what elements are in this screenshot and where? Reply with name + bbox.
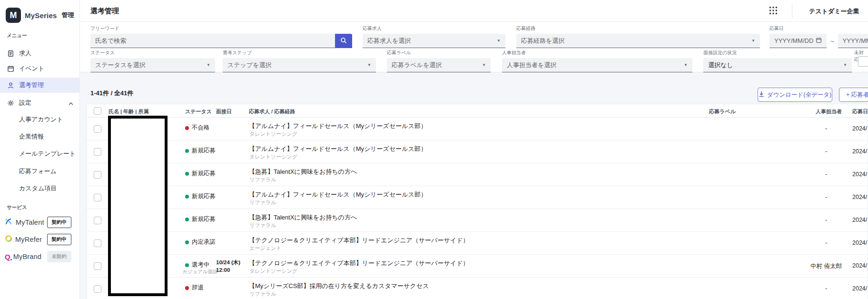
status-dot-icon — [185, 240, 189, 244]
calendar-icon[interactable] — [816, 37, 822, 45]
job-title-link[interactable]: 【テクノロジー＆クリエイティブ本部】リードエンジニア（サーバーサイド） — [249, 259, 469, 268]
applied-date: 2024/ — [852, 239, 867, 246]
apply-date-label: 応募日 — [769, 25, 868, 32]
subitem-label: メールテンプレート — [19, 150, 76, 158]
application-channel: リファラル — [249, 222, 276, 229]
row-checkbox[interactable] — [94, 125, 101, 133]
applied-date: 2024/ — [852, 194, 867, 200]
sidebar-subitem-hr-accounts[interactable]: 人事アカウント — [0, 112, 80, 127]
sidebar-item-selection-management[interactable]: 選考管理 — [0, 78, 80, 93]
job-title-link[interactable]: 【アルムナイ】フィールドセールス（Myシリーズセールス部） — [249, 122, 427, 130]
row-checkbox[interactable] — [94, 148, 101, 156]
apply-date-to-input[interactable]: YYYY/MM/DD — [838, 34, 868, 48]
subitem-label: 企業情報 — [19, 132, 44, 141]
sidebar-item-settings[interactable]: 設定 — [0, 95, 80, 110]
chevron-down-icon: ▼ — [207, 63, 210, 67]
top-bar: 選考管理 テストダミー企業 — [80, 0, 868, 22]
applied-date: 2024/ — [852, 125, 867, 132]
job-title-link[interactable]: 【急募】TalentXに興味をお持ちの方へ — [249, 168, 357, 176]
row-checkbox[interactable] — [94, 194, 101, 201]
chevron-down-icon: ▼ — [482, 63, 486, 67]
chevron-down-icon: ▼ — [751, 39, 755, 43]
table-row[interactable]: 新規応募 【アルムナイ】フィールドセールス（Myシリーズセールス部） タレントソ… — [87, 140, 868, 163]
col-header-hr: 人事担当者 — [816, 108, 842, 115]
unhandled-checkbox[interactable] — [858, 56, 868, 67]
status-dot-icon — [185, 263, 189, 267]
status-text: 不合格 — [192, 124, 210, 132]
table-row[interactable]: 新規応募 【急募】TalentXに興味をお持ちの方へ リファラル - 2024/ — [87, 163, 868, 186]
chevron-up-icon[interactable] — [69, 100, 73, 107]
apply-date-from-input[interactable]: YYYY/MM/DD — [769, 34, 827, 48]
app-grid-icon[interactable] — [769, 6, 778, 17]
chevron-down-icon: ▼ — [497, 39, 501, 43]
subitem-label: カスタム項目 — [19, 184, 57, 193]
table-row[interactable]: 内定承諾 【テクノロジー＆クリエイティブ本部】リードエンジニア（サーバーサイド）… — [87, 232, 868, 255]
job-title-link[interactable]: 【急募】TalentXに興味をお持ちの方へ — [249, 213, 357, 222]
interview-filter-select[interactable]: 選択なし ▼ — [703, 58, 852, 72]
channel-filter-select[interactable]: 応募経路を選択 ▼ — [516, 34, 760, 48]
table-row[interactable]: 新規応募 【急募】TalentXに興味をお持ちの方へ リファラル - 2024/ — [87, 209, 868, 232]
search-button[interactable] — [335, 34, 352, 48]
status-text: 内定承諾 — [192, 238, 216, 246]
chevron-down-icon: ▼ — [684, 63, 688, 67]
interview-time: 12:00 — [216, 266, 240, 274]
add-applicant-button[interactable]: + 応募者登録 — [839, 88, 868, 102]
service-mytalent[interactable]: MyTalent 契約中 — [0, 215, 80, 229]
table-row[interactable]: 新規応募 【アルムナイ】フィールドセールス（Myシリーズセールス部） リファラル… — [87, 186, 868, 209]
hr-person: - — [798, 217, 855, 223]
row-checkbox[interactable] — [94, 217, 101, 224]
table-row[interactable]: 不合格 【アルムナイ】フィールドセールス（Myシリーズセールス部） タレントソー… — [87, 118, 868, 140]
job-title-link[interactable]: 【アルムナイ】フィールドセールス（Myシリーズセールス部） — [249, 145, 427, 153]
job-filter-select[interactable]: 応募求人を選択 ▼ — [363, 34, 505, 48]
job-title-link[interactable]: 【テクノロジー＆クリエイティブ本部】リードエンジニア（サーバーサイド） — [249, 236, 469, 245]
service-name: MyBrand — [13, 253, 41, 260]
application-channel: リファラル — [249, 290, 276, 298]
interview-datetime: 10/24 (木) 12:00 — [216, 259, 240, 274]
subitem-label: 人事アカウント — [19, 115, 63, 124]
applied-date: 2024/ — [852, 217, 867, 223]
service-mybrand[interactable]: Q MyBrand 未契約 — [0, 249, 80, 264]
sidebar-subitem-custom-fields[interactable]: カスタム項目 — [0, 181, 80, 196]
row-checkbox[interactable] — [94, 285, 101, 293]
download-button[interactable]: ダウンロード(全データ) — [758, 88, 832, 102]
hr-filter-select[interactable]: 人事担当者を選択 ▼ — [502, 58, 692, 72]
status-text: 辞退 — [192, 284, 204, 292]
table-row[interactable]: 選考中 カジュアル面談 10/24 (木) 12:00 【テクノロジー＆クリエイ… — [87, 255, 868, 278]
date-range-separator: ~ — [830, 38, 834, 45]
row-checkbox[interactable] — [94, 262, 101, 270]
select-all-checkbox[interactable] — [94, 107, 101, 115]
channel-filter-value: 応募経路を選択 — [521, 37, 564, 45]
status-filter-select[interactable]: ステータスを選択 ▼ — [90, 58, 215, 72]
label-filter-select[interactable]: 応募ラベルを選択 ▼ — [387, 58, 491, 72]
hr-person: - — [798, 125, 855, 132]
sidebar-item-label: イベント — [19, 64, 44, 73]
row-checkbox[interactable] — [94, 171, 101, 179]
table-header-row: 氏名 | 年齢 | 所属 ステータス 面接日 応募求人 / 応募経路 応募ラベル… — [87, 104, 868, 118]
col-header-job: 応募求人 / 応募経路 — [249, 108, 295, 115]
step-filter-select[interactable]: ステップを選択 ▼ — [223, 58, 376, 72]
brand-suffix: 管理 — [61, 11, 74, 20]
company-account-button[interactable]: テストダミー企業 — [809, 7, 859, 16]
app-logo[interactable]: M MySeries 管理 — [6, 8, 74, 23]
download-icon — [759, 91, 764, 99]
row-checkbox[interactable] — [94, 239, 101, 247]
sidebar-subitem-application-form[interactable]: 応募フォーム — [0, 164, 80, 179]
label-filter-label: 応募ラベル — [387, 50, 491, 56]
freeword-label: フリーワード — [90, 25, 352, 32]
service-myrefer[interactable]: MyRefer 契約中 — [0, 232, 80, 247]
status-text: 新規応募 — [192, 147, 216, 155]
mytalent-logo-icon — [5, 218, 13, 227]
sidebar-subitem-company-info[interactable]: 企業情報 — [0, 130, 80, 144]
sidebar-subitem-mail-template[interactable]: メールテンプレート — [0, 147, 80, 161]
status-substep: カジュアル面談 — [182, 269, 218, 275]
search-input[interactable]: 氏名で検索 — [90, 34, 335, 48]
search-icon — [340, 37, 347, 45]
label-filter-value: 応募ラベルを選択 — [392, 61, 442, 70]
job-title-link[interactable]: 【MyシリーズCS部】採用の在り方を変えるカスタマーサクセス — [249, 282, 429, 290]
table-row[interactable]: 辞退 【MyシリーズCS部】採用の在り方を変えるカスタマーサクセス リファラル … — [87, 278, 868, 299]
job-title-link[interactable]: 【アルムナイ】フィールドセールス（Myシリーズセールス部） — [249, 190, 427, 199]
applicants-table: 氏名 | 年齢 | 所属 ステータス 面接日 応募求人 / 応募経路 応募ラベル… — [87, 104, 868, 299]
sidebar-item-jobs[interactable]: 求人 — [0, 46, 80, 61]
filter-panel: フリーワード 氏名で検索 応募求人 応募求人を選択 ▼ 応募経路 — [80, 22, 868, 72]
sidebar-item-events[interactable]: イベント — [0, 61, 80, 76]
